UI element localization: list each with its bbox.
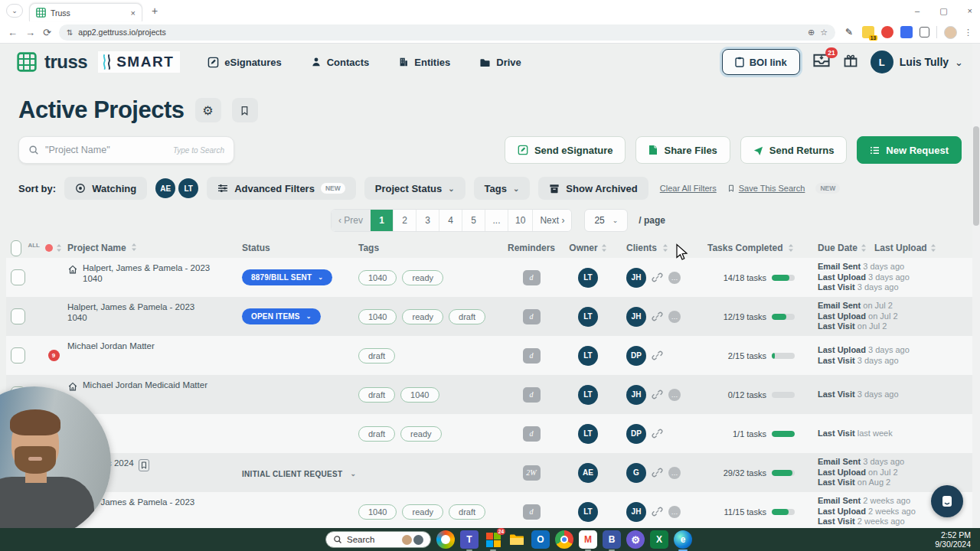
power-bi-icon[interactable]: B	[603, 530, 621, 549]
teams-icon[interactable]: T	[460, 530, 479, 549]
client-avatar[interactable]: JH	[626, 307, 646, 327]
flag-column-header[interactable]	[40, 243, 67, 253]
sort-icon[interactable]	[788, 243, 794, 253]
more-clients-icon[interactable]: …	[668, 311, 681, 323]
start-button[interactable]	[302, 530, 320, 549]
nav-contacts[interactable]: Contacts	[311, 57, 370, 68]
advanced-filters-button[interactable]: Advanced Filters NEW	[207, 177, 356, 200]
share-files-button[interactable]: Share Files	[635, 136, 730, 164]
nav-drive[interactable]: Drive	[479, 57, 521, 68]
clear-all-filters-link[interactable]: Clear All Filters	[660, 184, 717, 193]
browser-menu-icon[interactable]: ⋮	[964, 28, 972, 37]
owner-avatar[interactable]: LT	[578, 424, 598, 444]
sort-icon[interactable]	[930, 243, 936, 253]
new-tab-button[interactable]: +	[152, 5, 158, 17]
more-clients-icon[interactable]: …	[668, 506, 681, 518]
avatar-lt[interactable]: LT	[178, 178, 198, 198]
tag-pill[interactable]: ready	[402, 309, 443, 324]
client-avatar[interactable]: JH	[626, 502, 646, 522]
table-row[interactable]: 9 Michael Jordan Matter draft d LT DP 2/…	[6, 336, 974, 375]
owner-avatar[interactable]: LT	[578, 346, 598, 366]
window-minimize-button[interactable]: –	[915, 6, 920, 15]
reminder-chip[interactable]: 2W	[523, 465, 541, 481]
owner-avatar[interactable]: LT	[578, 307, 598, 327]
page-ellipsis[interactable]: ...	[485, 210, 508, 231]
column-tasks-completed[interactable]: Tasks Completed	[700, 243, 801, 253]
tag-pill[interactable]: draft	[449, 504, 485, 520]
window-maximize-button[interactable]: ▢	[939, 6, 947, 16]
client-avatar[interactable]: JH	[626, 268, 646, 288]
site-settings-icon[interactable]: ⇅	[67, 28, 73, 37]
project-name[interactable]: Michael Jordan Matter	[67, 341, 155, 352]
tag-pill[interactable]: draft	[358, 387, 395, 403]
pen-extension-icon[interactable]: ✎	[843, 26, 855, 38]
forward-button[interactable]: →	[25, 27, 35, 38]
tag-pill[interactable]: ready	[402, 270, 443, 285]
watcher-avatars[interactable]: AE LT	[155, 178, 198, 198]
save-this-search-link[interactable]: Save This Search	[727, 184, 805, 193]
page-button-2[interactable]: 2	[394, 210, 416, 231]
copilot-icon[interactable]	[436, 530, 455, 549]
table-row[interactable]: Michael Jordan Medicaid Matter draft1040…	[6, 375, 974, 414]
table-row[interactable]: draftready d LT DP 1/1 tasks Last Visit …	[6, 414, 974, 453]
bookmark-star-icon[interactable]: ☆	[820, 28, 828, 37]
more-clients-icon[interactable]: …	[668, 467, 681, 479]
url-text[interactable]: app2.gettruss.io/projects	[78, 28, 165, 37]
page-button-5[interactable]: 5	[462, 210, 485, 231]
page-button-10[interactable]: 10	[508, 210, 533, 231]
status-pill[interactable]: OPEN ITEMS⌄	[242, 308, 321, 324]
gift-button[interactable]	[843, 53, 858, 71]
project-name[interactable]: Michael Jordan Medicaid Matter	[83, 380, 207, 391]
tab-search-button[interactable]: ⌄	[6, 4, 23, 18]
window-close-button[interactable]: ×	[968, 6, 972, 15]
red-extension-icon[interactable]	[881, 26, 893, 38]
tag-pill[interactable]: 1040	[358, 270, 397, 285]
table-row[interactable]: c 2024 INITIAL CLIENT REQUEST⌄ 2W AE G ……	[6, 453, 974, 492]
excel-icon[interactable]: X	[650, 530, 668, 549]
user-menu[interactable]: L Luis Tully ⌄	[871, 51, 963, 73]
boi-link-button[interactable]: BOI link	[722, 49, 800, 75]
column-due-date[interactable]: Due Date	[818, 243, 867, 253]
link-icon[interactable]	[652, 389, 663, 400]
select-all[interactable]: ALL	[6, 240, 40, 256]
browser-tab[interactable]: Truss ×	[29, 3, 142, 21]
reminder-chip[interactable]: d	[523, 348, 541, 364]
project-name-cell[interactable]: Halpert, James & Pamela - 20231040	[67, 258, 242, 284]
project-name-cell[interactable]: Michael Jordan Medicaid Matter	[67, 375, 242, 395]
client-avatar[interactable]: DP	[626, 346, 646, 366]
link-icon[interactable]	[652, 467, 663, 478]
nav-esignatures[interactable]: eSignatures	[207, 57, 281, 68]
table-row[interactable]: Halpert, James & Pamela - 20231040 1040r…	[6, 492, 974, 531]
tab-close-icon[interactable]: ×	[131, 8, 136, 18]
reminder-chip[interactable]: d	[523, 309, 541, 324]
owner-avatar[interactable]: LT	[578, 268, 598, 288]
settings-button[interactable]: ⚙	[195, 98, 221, 122]
settings-icon[interactable]: ⚙	[626, 530, 645, 549]
tag-pill[interactable]: 1040	[400, 387, 439, 403]
watching-filter[interactable]: Watching	[64, 177, 147, 200]
page-button-3[interactable]: 3	[416, 210, 439, 231]
project-name-cell[interactable]: Halpert, James & Pamela - 20231040	[67, 297, 242, 323]
browser-profile-avatar[interactable]	[944, 26, 957, 39]
file-explorer-icon[interactable]	[508, 530, 526, 549]
more-clients-icon[interactable]: …	[668, 389, 681, 401]
page-button-4[interactable]: 4	[439, 210, 462, 231]
table-row[interactable]: Halpert, James & Pamela - 20231040 8879/…	[6, 258, 974, 297]
page-button-1[interactable]: 1	[371, 210, 394, 231]
zoom-page-icon[interactable]: ⊕	[808, 28, 815, 37]
project-name[interactable]: Halpert, James & Pamela - 20231040	[67, 302, 194, 323]
next-page-button[interactable]: Next ›	[533, 210, 571, 231]
taskbar-search[interactable]: Search	[325, 531, 431, 548]
address-bar[interactable]: ⇅ app2.gettruss.io/projects ⊕ ☆	[59, 24, 835, 41]
more-clients-icon[interactable]: …	[668, 272, 681, 284]
chat-button[interactable]	[931, 485, 963, 517]
search-input[interactable]	[45, 145, 160, 155]
avatar-ae[interactable]: AE	[155, 178, 175, 198]
scrollbar-track[interactable]	[972, 44, 980, 528]
brand-truss[interactable]: truss	[44, 51, 87, 73]
notes-extension-icon[interactable]: 13	[862, 26, 874, 38]
bookmark-button[interactable]	[232, 98, 258, 122]
tag-pill[interactable]: draft	[449, 309, 485, 324]
send-esignature-button[interactable]: Send eSignature	[505, 136, 626, 164]
project-name[interactable]: Halpert, James & Pamela - 20231040	[83, 263, 210, 284]
